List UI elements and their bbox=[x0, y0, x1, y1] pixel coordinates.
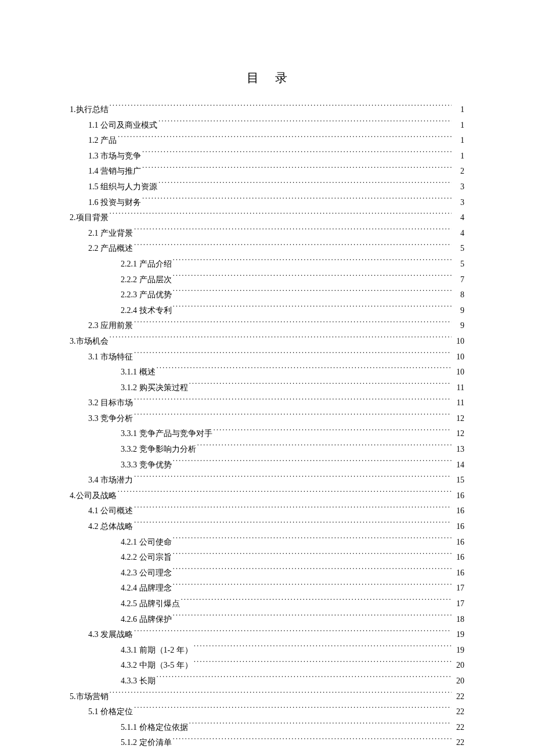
toc-entry: 2.3 应用前景9 bbox=[70, 318, 464, 334]
toc-entry: 2.2.4 技术专利9 bbox=[70, 303, 464, 319]
toc-entry-label: 4.公司及战略 bbox=[70, 488, 117, 504]
toc-leader-dots bbox=[134, 320, 452, 328]
toc-entry: 4.2.6 品牌保护18 bbox=[70, 612, 464, 628]
toc-leader-dots bbox=[189, 382, 452, 390]
toc-entry-label: 3.3.3 竞争优势 bbox=[121, 458, 172, 473]
toc-entry: 1.6 投资与财务3 bbox=[70, 195, 464, 211]
toc-entry: 4.3.1 前期（1-2 年）19 bbox=[70, 643, 464, 658]
toc-leader-dots bbox=[134, 474, 452, 483]
toc-entry: 1.4 营销与推广2 bbox=[70, 164, 464, 179]
toc-leader-dots bbox=[173, 305, 452, 313]
toc-entry-label: 2.3 应用前景 bbox=[88, 318, 133, 334]
toc-entry-page: 12 bbox=[453, 426, 464, 442]
toc-entry: 3.市场机会10 bbox=[70, 334, 464, 350]
toc-entry-page: 16 bbox=[453, 535, 464, 550]
toc-leader-dots bbox=[173, 567, 452, 575]
toc-entry-page: 2 bbox=[453, 164, 464, 179]
toc-entry-page: 10 bbox=[453, 334, 464, 350]
toc-entry-label: 2.1 产业背景 bbox=[88, 226, 133, 242]
toc-entry-page: 11 bbox=[453, 380, 464, 396]
toc-entry-page: 4 bbox=[453, 210, 464, 226]
toc-entry: 3.1 市场特征10 bbox=[70, 350, 464, 365]
toc-entry-label: 4.3.1 前期（1-2 年） bbox=[121, 643, 193, 658]
toc-leader-dots bbox=[134, 706, 452, 714]
toc-entry-label: 4.2.1 公司使命 bbox=[121, 535, 172, 550]
toc-leader-dots bbox=[181, 598, 452, 606]
toc-entry: 4.2 总体战略16 bbox=[70, 519, 464, 535]
toc-entry: 5.市场营销22 bbox=[70, 689, 464, 705]
toc-entry-page: 17 bbox=[453, 581, 464, 596]
toc-entry-page: 5 bbox=[453, 257, 464, 272]
toc-entry: 1.2 产品1 bbox=[70, 133, 464, 149]
toc-entry-page: 12 bbox=[453, 411, 464, 427]
toc-entry-label: 4.2.4 品牌理念 bbox=[121, 581, 172, 596]
toc-entry-page: 16 bbox=[453, 519, 464, 535]
toc-entry: 1.5 组织与人力资源3 bbox=[70, 179, 464, 195]
toc-entry: 4.1 公司概述16 bbox=[70, 503, 464, 519]
toc-entry-label: 3.3 竞争分析 bbox=[88, 411, 133, 427]
toc-entry-label: 5.1.1 价格定位依据 bbox=[121, 720, 188, 736]
toc-entry-label: 1.执行总结 bbox=[70, 102, 109, 118]
toc-entry-page: 10 bbox=[453, 365, 464, 380]
toc-leader-dots bbox=[194, 660, 452, 668]
toc-entry-label: 4.2.3 公司理念 bbox=[121, 566, 172, 581]
toc-entry: 3.1.2 购买决策过程11 bbox=[70, 380, 464, 396]
toc-entry: 4.3.3 长期20 bbox=[70, 674, 464, 689]
toc-entry-page: 1 bbox=[453, 102, 464, 118]
toc-entry-label: 1.1 公司及商业模式 bbox=[88, 118, 157, 134]
toc-entry-page: 16 bbox=[453, 503, 464, 519]
toc-entry-page: 19 bbox=[453, 643, 464, 658]
toc-leader-dots bbox=[110, 691, 452, 699]
toc-entry-page: 15 bbox=[453, 473, 464, 488]
toc-leader-dots bbox=[173, 552, 452, 560]
toc-leader-dots bbox=[118, 135, 452, 143]
toc-entry-page: 13 bbox=[453, 442, 464, 458]
toc-entry-label: 4.2.6 品牌保护 bbox=[121, 612, 172, 628]
toc-entry-label: 3.3.1 竞争产品与竞争对手 bbox=[121, 426, 212, 442]
toc-entry-label: 2.2 产品概述 bbox=[88, 241, 133, 257]
toc-entry-label: 4.3.2 中期（3-5 年） bbox=[121, 658, 193, 674]
toc-entry: 4.2.5 品牌引爆点17 bbox=[70, 596, 464, 612]
toc-entry-label: 3.2 目标市场 bbox=[88, 395, 133, 411]
toc-entry-page: 22 bbox=[453, 735, 464, 751]
toc-entry-label: 4.1 公司概述 bbox=[88, 503, 133, 519]
toc-entry: 5.1.1 价格定位依据22 bbox=[70, 720, 464, 736]
toc-leader-dots bbox=[134, 505, 452, 513]
toc-entry-label: 1.2 产品 bbox=[88, 133, 117, 149]
toc-entry-page: 8 bbox=[453, 287, 464, 303]
toc-entry-label: 5.1.2 定价清单 bbox=[121, 735, 172, 751]
toc-entry-label: 5.1 价格定位 bbox=[88, 704, 133, 720]
toc-leader-dots bbox=[173, 582, 452, 591]
toc-leader-dots bbox=[173, 289, 452, 297]
toc-leader-dots bbox=[134, 397, 452, 405]
toc-leader-dots bbox=[158, 181, 452, 189]
toc-entry: 1.3 市场与竞争1 bbox=[70, 149, 464, 164]
toc-entry: 3.3.2 竞争影响力分析13 bbox=[70, 442, 464, 458]
toc-entry-label: 3.1 市场特征 bbox=[88, 350, 133, 365]
toc-entry: 3.3 竞争分析12 bbox=[70, 411, 464, 427]
toc-leader-dots bbox=[142, 150, 452, 159]
toc-leader-dots bbox=[189, 722, 452, 730]
toc-entry: 2.2.3 产品优势8 bbox=[70, 287, 464, 303]
toc-leader-dots bbox=[118, 490, 452, 498]
toc-entry: 3.3.3 竞争优势14 bbox=[70, 458, 464, 473]
toc-entry-label: 1.4 营销与推广 bbox=[88, 164, 141, 179]
toc-entry-page: 3 bbox=[453, 179, 464, 195]
toc-entry-page: 14 bbox=[453, 458, 464, 473]
toc-entry: 2.2.2 产品层次7 bbox=[70, 272, 464, 288]
toc-entry-page: 1 bbox=[453, 133, 464, 149]
toc-leader-dots bbox=[134, 351, 452, 359]
toc-entry: 4.2.4 品牌理念17 bbox=[70, 581, 464, 596]
toc-entry-page: 22 bbox=[453, 704, 464, 720]
toc-entry: 1.执行总结1 bbox=[70, 102, 464, 118]
toc-entry-page: 22 bbox=[453, 720, 464, 736]
toc-entry-label: 1.6 投资与财务 bbox=[88, 195, 141, 211]
toc-leader-dots bbox=[173, 258, 452, 267]
toc-entry-page: 16 bbox=[453, 550, 464, 566]
toc-leader-dots bbox=[157, 675, 452, 683]
toc-entry-page: 20 bbox=[453, 658, 464, 674]
toc-entry-label: 3.市场机会 bbox=[70, 334, 109, 350]
toc-leader-dots bbox=[142, 197, 452, 205]
toc-leader-dots bbox=[110, 212, 452, 220]
toc-entry-label: 4.2.5 品牌引爆点 bbox=[121, 596, 180, 612]
